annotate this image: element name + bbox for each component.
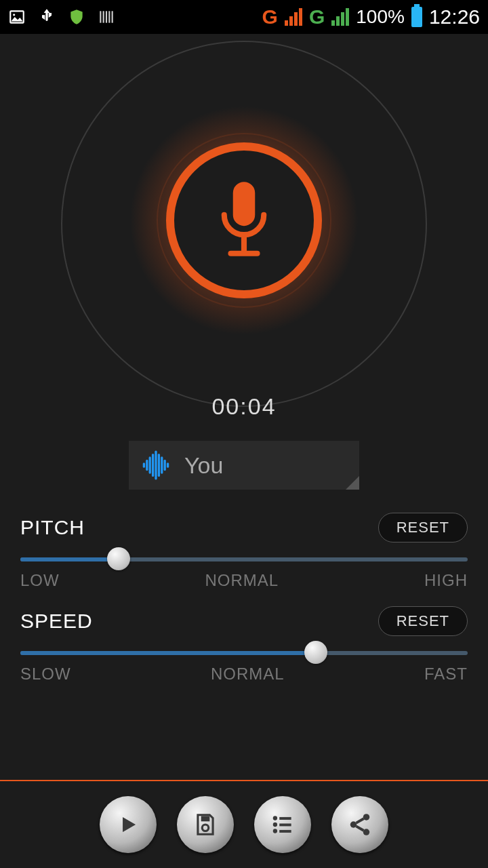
svg-point-21 <box>273 816 277 820</box>
list-button[interactable] <box>254 796 311 853</box>
voice-name-label: You <box>184 452 223 479</box>
pitch-label-high: HIGH <box>424 571 468 590</box>
picture-icon <box>8 8 26 26</box>
shield-icon <box>68 8 85 26</box>
speed-label-fast: FAST <box>424 665 468 684</box>
pitch-title: PITCH <box>20 516 85 539</box>
svg-point-1 <box>13 14 15 16</box>
voice-select[interactable]: You <box>129 441 359 490</box>
speed-slider[interactable] <box>20 651 468 655</box>
svg-point-28 <box>350 821 357 828</box>
svg-rect-24 <box>279 823 291 826</box>
svg-rect-5 <box>108 11 110 22</box>
play-button[interactable] <box>100 796 157 853</box>
svg-point-23 <box>273 823 277 827</box>
pitch-section: PITCH RESET LOW NORMAL HIGH <box>0 513 488 590</box>
pitch-slider-thumb[interactable] <box>107 547 130 570</box>
speed-section: SPEED RESET SLOW NORMAL FAST <box>0 606 488 684</box>
barcode-icon <box>98 8 115 26</box>
save-icon <box>192 812 218 837</box>
speed-reset-button[interactable]: RESET <box>378 606 468 636</box>
svg-point-27 <box>363 814 370 821</box>
share-button[interactable] <box>331 796 388 853</box>
network2-type: G <box>309 5 325 28</box>
status-bar: G G 100% 12:26 <box>0 0 488 34</box>
signal1-icon <box>285 8 302 26</box>
network1-type: G <box>262 5 278 28</box>
svg-rect-19 <box>201 816 210 821</box>
clock: 12:26 <box>429 5 480 28</box>
speed-slider-thumb[interactable] <box>304 641 327 664</box>
save-button[interactable] <box>177 796 234 853</box>
pitch-reset-button[interactable]: RESET <box>378 513 468 542</box>
svg-line-31 <box>356 826 363 830</box>
svg-point-29 <box>363 829 370 835</box>
svg-rect-7 <box>233 182 256 226</box>
battery-percent: 100% <box>356 6 405 28</box>
battery-icon <box>411 7 422 27</box>
share-icon <box>347 812 373 837</box>
speed-title: SPEED <box>20 610 93 633</box>
waveform-icon <box>141 450 171 480</box>
svg-point-20 <box>202 825 209 831</box>
microphone-icon <box>207 176 281 264</box>
pitch-slider[interactable] <box>20 557 468 561</box>
svg-rect-3 <box>103 11 104 22</box>
svg-rect-6 <box>112 11 113 22</box>
bottom-toolbar <box>0 780 488 868</box>
svg-rect-26 <box>279 830 291 833</box>
record-button[interactable] <box>166 142 322 298</box>
play-icon <box>115 812 141 837</box>
speed-label-slow: SLOW <box>20 665 71 684</box>
speed-label-normal: NORMAL <box>211 665 285 684</box>
signal2-icon <box>331 8 349 26</box>
list-icon <box>270 812 296 837</box>
svg-point-25 <box>273 829 277 833</box>
svg-line-30 <box>356 818 363 823</box>
pitch-label-low: LOW <box>20 571 60 590</box>
svg-rect-4 <box>106 11 107 22</box>
pitch-label-normal: NORMAL <box>205 571 279 590</box>
svg-rect-2 <box>100 11 101 22</box>
svg-rect-22 <box>279 817 291 820</box>
record-timer: 00:04 <box>61 393 427 420</box>
usb-icon <box>38 8 56 26</box>
